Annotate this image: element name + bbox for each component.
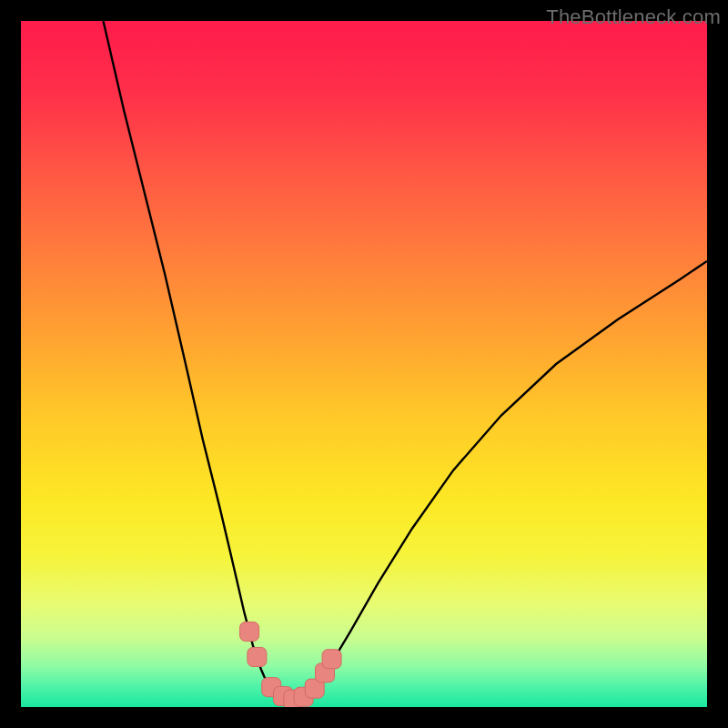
- marker-point: [322, 650, 341, 669]
- gradient-background: [21, 21, 707, 707]
- plot-area: [21, 21, 707, 707]
- marker-point: [240, 622, 259, 642]
- marker-point: [248, 647, 267, 666]
- watermark-text: TheBottleneck.com: [546, 5, 721, 29]
- bottleneck-chart: [21, 21, 707, 707]
- outer-frame: TheBottleneck.com: [0, 0, 728, 728]
